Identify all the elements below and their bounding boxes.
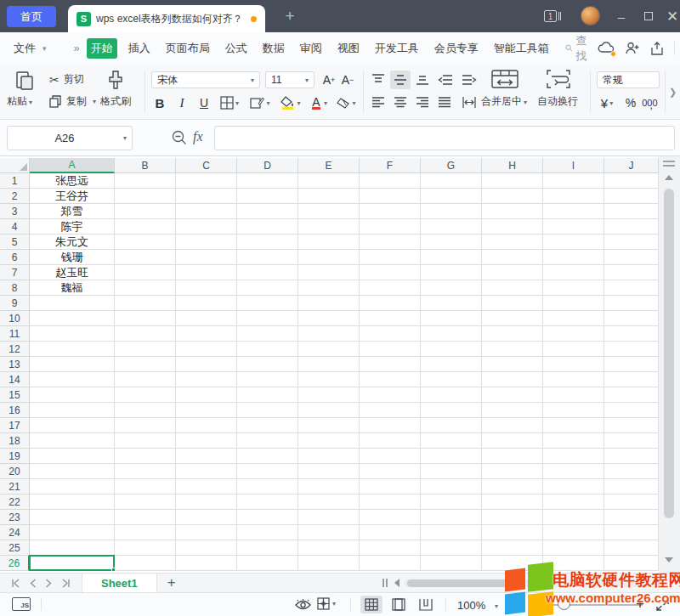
cell-A24[interactable] xyxy=(30,525,115,540)
cell-J15[interactable] xyxy=(604,387,659,403)
column-header-C[interactable]: C xyxy=(176,158,237,173)
row-header-18[interactable]: 18 xyxy=(0,433,30,449)
cell-B4[interactable] xyxy=(115,219,176,235)
normal-view-button[interactable] xyxy=(360,596,382,613)
column-header-H[interactable]: H xyxy=(482,158,543,173)
row-header-16[interactable]: 16 xyxy=(0,403,30,418)
cell-F11[interactable] xyxy=(360,326,421,342)
row-header-21[interactable]: 21 xyxy=(0,479,30,494)
last-sheet-icon[interactable] xyxy=(61,579,71,588)
cell-H25[interactable] xyxy=(482,540,543,556)
cell-E26[interactable] xyxy=(298,556,360,571)
cell-J10[interactable] xyxy=(604,311,659,326)
cell-F9[interactable] xyxy=(360,296,421,311)
cell-I2[interactable] xyxy=(543,189,604,204)
cell-J6[interactable] xyxy=(604,250,659,265)
align-middle-button[interactable] xyxy=(390,71,411,89)
underline-button[interactable]: U xyxy=(194,93,214,113)
cell-D13[interactable] xyxy=(237,357,298,372)
cell-D21[interactable] xyxy=(237,479,298,494)
zoom-search-icon[interactable] xyxy=(172,130,187,145)
align-right-button[interactable] xyxy=(412,93,433,111)
row-header-4[interactable]: 4 xyxy=(0,219,30,235)
row-header-15[interactable]: 15 xyxy=(0,387,30,403)
cell-A23[interactable] xyxy=(30,510,115,525)
cell-E12[interactable] xyxy=(298,342,360,357)
cell-I11[interactable] xyxy=(543,326,604,342)
currency-button[interactable]: ¥▾ xyxy=(595,93,619,113)
expand-ribbon-button[interactable]: ❯ xyxy=(665,71,680,113)
cell-H22[interactable] xyxy=(482,494,543,510)
horizontal-scroll-thumb[interactable] xyxy=(407,579,507,587)
row-header-17[interactable]: 17 xyxy=(0,418,30,433)
cell-G7[interactable] xyxy=(421,265,482,280)
cell-G4[interactable] xyxy=(421,219,482,235)
cell-B7[interactable] xyxy=(115,265,176,280)
draw-border-button[interactable]: ▾ xyxy=(246,93,274,113)
italic-button[interactable]: I xyxy=(172,93,192,113)
cut-button[interactable]: ✂ 剪切 xyxy=(49,72,84,87)
row-header-2[interactable]: 2 xyxy=(0,189,30,204)
row-header-25[interactable]: 25 xyxy=(0,540,30,556)
cell-G23[interactable] xyxy=(421,510,482,525)
cell-D19[interactable] xyxy=(237,449,298,464)
cell-F17[interactable] xyxy=(360,418,421,433)
tab-member[interactable]: 会员专享 xyxy=(430,38,483,59)
chevron-down-icon[interactable]: ▾ xyxy=(495,602,498,610)
cell-D8[interactable] xyxy=(237,280,298,296)
column-header-I[interactable]: I xyxy=(543,158,604,173)
merge-center-button[interactable] xyxy=(490,69,519,92)
cell-E5[interactable] xyxy=(298,235,360,250)
row-header-8[interactable]: 8 xyxy=(0,280,30,296)
cell-D14[interactable] xyxy=(237,372,298,387)
cell-D4[interactable] xyxy=(237,219,298,235)
increase-indent-button[interactable] xyxy=(458,71,480,89)
zoom-slider-handle[interactable] xyxy=(558,597,570,610)
cell-I25[interactable] xyxy=(543,540,604,556)
cell-F21[interactable] xyxy=(360,479,421,494)
insert-function-icon[interactable]: fx xyxy=(193,129,203,144)
tab-data[interactable]: 数据 xyxy=(258,38,289,59)
cell-H6[interactable] xyxy=(482,250,543,265)
cell-D11[interactable] xyxy=(237,326,298,342)
add-sheet-button[interactable]: + xyxy=(157,574,186,591)
justify-button[interactable] xyxy=(434,93,455,111)
cell-F14[interactable] xyxy=(360,372,421,387)
cell-I6[interactable] xyxy=(543,250,604,265)
cell-A10[interactable] xyxy=(30,311,115,326)
align-left-button[interactable] xyxy=(368,93,388,111)
cell-J19[interactable] xyxy=(604,449,659,464)
tab-view[interactable]: 视图 xyxy=(333,38,364,59)
cell-G24[interactable] xyxy=(421,525,482,540)
cell-D20[interactable] xyxy=(237,464,298,479)
font-size-select[interactable]: 11▾ xyxy=(265,71,314,88)
cell-E10[interactable] xyxy=(298,311,360,326)
split-handle-icon[interactable] xyxy=(663,161,675,167)
cell-B13[interactable] xyxy=(115,357,176,372)
cell-A21[interactable] xyxy=(30,479,115,494)
cell-C5[interactable] xyxy=(176,235,237,250)
file-chevron-icon[interactable]: ▾ xyxy=(42,44,47,53)
cell-J2[interactable] xyxy=(604,189,659,204)
cell-A1[interactable]: 张思远 xyxy=(30,173,115,189)
cell-C9[interactable] xyxy=(176,296,237,311)
cell-E15[interactable] xyxy=(298,387,360,403)
cell-E4[interactable] xyxy=(298,219,360,235)
cell-C13[interactable] xyxy=(176,357,237,372)
cell-I17[interactable] xyxy=(543,418,604,433)
cell-G3[interactable] xyxy=(421,204,482,219)
cell-D10[interactable] xyxy=(237,311,298,326)
cell-D9[interactable] xyxy=(237,296,298,311)
cell-C24[interactable] xyxy=(176,525,237,540)
cell-F10[interactable] xyxy=(360,311,421,326)
cell-D2[interactable] xyxy=(237,189,298,204)
spreadsheet-grid[interactable]: ABCDEFGHIJ 12345678910111213141516171819… xyxy=(0,156,680,573)
cell-D26[interactable] xyxy=(237,556,298,571)
cell-H3[interactable] xyxy=(482,204,543,219)
cell-E11[interactable] xyxy=(298,326,360,342)
cell-G12[interactable] xyxy=(421,342,482,357)
cell-D18[interactable] xyxy=(237,433,298,449)
cell-D5[interactable] xyxy=(237,235,298,250)
cell-G1[interactable] xyxy=(421,173,482,189)
cell-C18[interactable] xyxy=(176,433,237,449)
